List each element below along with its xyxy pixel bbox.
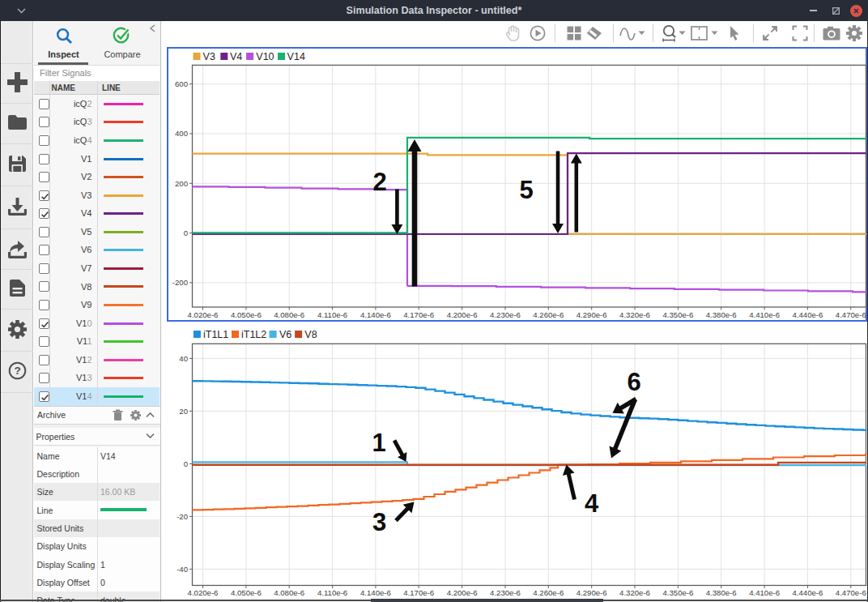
svg-text:4.320e-6: 4.320e-6 — [619, 310, 650, 319]
svg-text:4.320e-6: 4.320e-6 — [619, 588, 650, 597]
svg-text:-20: -20 — [177, 512, 188, 521]
svg-text:5: 5 — [519, 176, 533, 204]
svg-text:4.140e-6: 4.140e-6 — [360, 310, 391, 319]
svg-text:4.290e-6: 4.290e-6 — [577, 310, 607, 319]
svg-text:V10: V10 — [256, 51, 274, 62]
svg-text:4.110e-6: 4.110e-6 — [317, 588, 347, 597]
svg-text:4.440e-6: 4.440e-6 — [792, 588, 823, 597]
svg-text:0: 0 — [184, 459, 188, 468]
svg-text:40: 40 — [179, 354, 188, 363]
svg-text:4.170e-6: 4.170e-6 — [403, 588, 434, 597]
svg-text:2: 2 — [372, 168, 386, 196]
svg-text:4.200e-6: 4.200e-6 — [447, 588, 478, 597]
svg-text:iT1L2: iT1L2 — [241, 329, 266, 340]
svg-text:4.080e-6: 4.080e-6 — [274, 310, 304, 319]
svg-text:0: 0 — [184, 228, 188, 237]
svg-text:V14: V14 — [287, 51, 305, 62]
svg-text:4.350e-6: 4.350e-6 — [662, 588, 693, 597]
svg-text:4.350e-6: 4.350e-6 — [662, 310, 693, 319]
svg-text:-200: -200 — [172, 278, 188, 287]
svg-text:4.050e-6: 4.050e-6 — [231, 310, 262, 319]
svg-text:3: 3 — [372, 508, 386, 536]
svg-text:4.410e-6: 4.410e-6 — [749, 310, 780, 319]
svg-text:4.020e-6: 4.020e-6 — [188, 588, 219, 597]
svg-text:200: 200 — [175, 179, 188, 188]
svg-text:4.380e-6: 4.380e-6 — [706, 310, 737, 319]
svg-text:20: 20 — [179, 407, 188, 416]
svg-text:4.380e-6: 4.380e-6 — [706, 588, 737, 597]
svg-text:V6: V6 — [279, 329, 291, 340]
svg-text:-40: -40 — [177, 565, 188, 574]
svg-text:4.470e-6: 4.470e-6 — [836, 310, 866, 319]
svg-text:4.140e-6: 4.140e-6 — [360, 588, 391, 597]
svg-text:4.170e-6: 4.170e-6 — [403, 310, 434, 319]
svg-text:4.200e-6: 4.200e-6 — [447, 310, 478, 319]
svg-text:iT1L1: iT1L1 — [203, 329, 228, 340]
svg-text:6: 6 — [628, 368, 641, 396]
svg-text:V3: V3 — [203, 51, 215, 62]
svg-text:400: 400 — [175, 129, 188, 138]
svg-text:V4: V4 — [230, 51, 242, 62]
svg-text:?: ? — [14, 365, 20, 377]
svg-text:1: 1 — [372, 429, 385, 457]
svg-text:4.230e-6: 4.230e-6 — [490, 310, 521, 319]
svg-text:4.260e-6: 4.260e-6 — [533, 310, 564, 319]
svg-text:4.440e-6: 4.440e-6 — [792, 310, 823, 319]
svg-text:4.110e-6: 4.110e-6 — [317, 310, 347, 319]
svg-text:4.230e-6: 4.230e-6 — [490, 588, 521, 597]
svg-text:4.050e-6: 4.050e-6 — [231, 588, 262, 597]
svg-text:V8: V8 — [304, 329, 317, 340]
svg-text:4.470e-6: 4.470e-6 — [836, 588, 866, 597]
svg-text:4.080e-6: 4.080e-6 — [274, 588, 304, 597]
svg-text:4.020e-6: 4.020e-6 — [188, 310, 219, 319]
svg-text:4: 4 — [585, 489, 599, 518]
svg-text:4.290e-6: 4.290e-6 — [577, 588, 607, 597]
svg-text:600: 600 — [175, 79, 188, 88]
svg-text:4.260e-6: 4.260e-6 — [533, 588, 564, 597]
svg-text:4.410e-6: 4.410e-6 — [749, 588, 780, 597]
